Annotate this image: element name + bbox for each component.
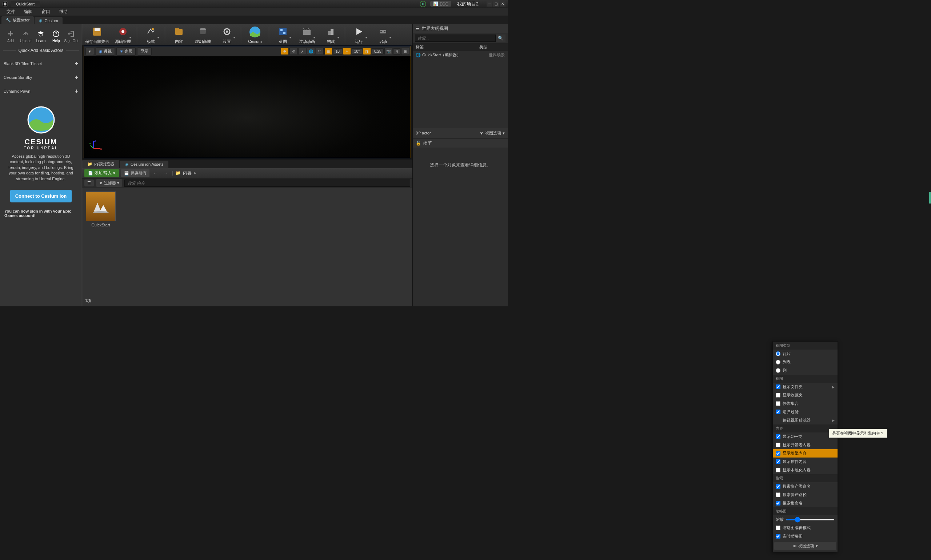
tab-cesium-assets[interactable]: ◉Cesium ion Assets <box>120 161 168 168</box>
close-button[interactable]: ✕ <box>500 2 506 6</box>
tb-cinematics[interactable]: 过场动画▼ <box>297 25 317 44</box>
tab-place-actor[interactable]: 🔧放置actor <box>2 16 34 24</box>
ddc-badge[interactable]: 📊DDC <box>430 1 451 6</box>
cesium-logo: CESIUM FOR UNREAL <box>3 105 79 150</box>
vp-grid-size[interactable]: 10 <box>333 48 342 54</box>
menu-help[interactable]: 帮助 <box>55 8 71 15</box>
cesium-panel: Add Upload Learn ?Help Sign Out Quick Ad… <box>0 24 82 306</box>
cb-toolbar: 📄添加/导入▾ 💾保存所有 ← → | 📁内容▶ <box>82 168 412 178</box>
svg-point-27 <box>384 31 385 32</box>
asset-quickstart[interactable]: QuickStart <box>86 192 116 227</box>
save-all-button[interactable]: 💾保存所有 <box>121 169 150 177</box>
svg-text:Y: Y <box>89 142 91 145</box>
asset-label: QuickStart <box>86 223 116 227</box>
tb-build[interactable]: 构建▼ <box>321 25 341 44</box>
nav-back[interactable]: ← <box>152 170 160 176</box>
tb-marketplace[interactable]: 虚幻商城 <box>193 25 213 44</box>
vp-surface[interactable]: ⬚ <box>316 48 324 55</box>
vp-angle-snap[interactable]: △ <box>343 48 351 55</box>
vp-cam-speed[interactable]: 4 <box>393 48 401 54</box>
svg-rect-19 <box>283 32 285 34</box>
quick-add-header: Quick Add Basic Actors <box>3 48 79 53</box>
viewport-3d[interactable]: Z X Y <box>84 56 411 158</box>
upload-button[interactable]: Upload <box>18 30 33 43</box>
tab-cesium[interactable]: ◉Cesium <box>35 17 62 24</box>
tb-source[interactable]: 源码管理▼ <box>113 25 133 44</box>
qa-sunsky[interactable]: Cesium SunSky+ <box>3 71 79 84</box>
vp-scale[interactable]: 0.25 <box>371 48 384 54</box>
vp-transform-rotate[interactable]: ⟲ <box>290 48 297 55</box>
vp-perspective[interactable]: ◉透视 <box>96 47 115 55</box>
asset-thumb-icon <box>86 192 116 221</box>
viewport[interactable]: ▾ ◉透视 ☀光照 显示 ✥ ⟲ ⤢ 🌐 ⬚ ▦ 10 △ 10° ◨ 0.25… <box>84 46 411 158</box>
svg-rect-12 <box>175 29 183 35</box>
viewport-toolbar: ▾ ◉透视 ☀光照 显示 ✥ ⟲ ⤢ 🌐 ⬚ ▦ 10 △ 10° ◨ 0.25… <box>84 46 411 56</box>
cb-body[interactable]: QuickStart 1项 <box>82 188 412 307</box>
plus-icon: + <box>75 60 78 67</box>
qa-blank-tileset[interactable]: Blank 3D Tiles Tileset+ <box>3 57 79 71</box>
vp-coord[interactable]: 🌐 <box>307 48 315 55</box>
tb-launch[interactable]: 启动▼ <box>373 25 393 44</box>
vp-lit[interactable]: ☀光照 <box>116 47 136 55</box>
cb-search[interactable] <box>124 180 410 187</box>
bottom-tab-row: 📁内容浏览器 ◉Cesium ion Assets <box>82 160 412 168</box>
vp-cam-icon[interactable]: 📷 <box>384 48 392 55</box>
outliner-row-world[interactable]: 🌐 QuickStart（编辑器） 世界场景 <box>413 51 508 59</box>
vp-angle[interactable]: 10° <box>351 48 362 54</box>
title-bar: QuickStart 📊DDC 我的项目2 ─ ▢ ✕ <box>0 0 508 8</box>
world-icon: 🌐 <box>416 53 421 57</box>
breadcrumb[interactable]: 📁内容▶ <box>175 170 196 176</box>
vp-scale-snap[interactable]: ◨ <box>363 48 371 55</box>
plus-icon: + <box>75 88 78 94</box>
svg-point-36 <box>93 211 109 213</box>
cb-tree-toggle[interactable]: ☰ <box>84 180 94 186</box>
signout-button[interactable]: Sign Out <box>64 30 79 43</box>
outliner-viewopt[interactable]: 👁 视图选项▾ <box>480 131 505 136</box>
vp-transform-scale[interactable]: ⤢ <box>298 48 306 55</box>
cesium-description: Access global high-resolution 3D content… <box>3 150 79 185</box>
vp-maximize[interactable]: ⊞ <box>401 48 409 55</box>
vp-grid-snap[interactable]: ▦ <box>324 48 332 55</box>
tb-cesium[interactable]: Cesium <box>245 26 265 44</box>
menu-bar: 文件 编辑 窗口 帮助 <box>0 8 508 16</box>
search-icon[interactable]: 🔍 <box>496 34 506 42</box>
compile-icon[interactable] <box>419 0 427 8</box>
menu-edit[interactable]: 编辑 <box>20 8 36 15</box>
details-hint: 选择一个对象来查看详细信息。 <box>413 148 508 183</box>
menu-file[interactable]: 文件 <box>3 8 19 15</box>
svg-point-11 <box>152 28 154 30</box>
unreal-logo-icon <box>2 1 8 7</box>
right-panel: ☰世界大纲视图 🔍 标签 类型 🌐 QuickStart（编辑器） 世界场景 0… <box>412 24 508 306</box>
tb-settings[interactable]: 设置▼ <box>217 25 237 44</box>
vp-menu[interactable]: ▾ <box>85 48 94 55</box>
tb-save[interactable]: 保存当前关卡 <box>85 25 109 44</box>
add-import-button[interactable]: 📄添加/导入▾ <box>84 169 119 177</box>
cb-item-count: 1项 <box>85 298 91 303</box>
qa-dynamic-pawn[interactable]: Dynamic Pawn+ <box>3 84 79 98</box>
tb-modes[interactable]: 模式▼ <box>141 25 161 44</box>
nav-fwd[interactable]: → <box>162 170 170 176</box>
learn-button[interactable]: Learn <box>34 30 48 43</box>
svg-rect-22 <box>328 31 331 35</box>
minimize-button[interactable]: ─ <box>487 2 492 6</box>
vp-transform-move[interactable]: ✥ <box>281 48 289 55</box>
help-button[interactable]: ?Help <box>49 30 63 43</box>
vp-show[interactable]: 显示 <box>137 47 152 55</box>
outliner-search[interactable] <box>415 34 496 42</box>
filter-button[interactable]: ▼过滤器▾ <box>96 179 122 187</box>
menu-window[interactable]: 窗口 <box>38 8 54 15</box>
connect-button[interactable]: Connect to Cesium ion <box>10 190 72 202</box>
svg-marker-24 <box>356 28 362 35</box>
outliner-columns: 标签 类型 <box>413 43 508 51</box>
outliner-header[interactable]: ☰世界大纲视图 <box>413 24 508 33</box>
tb-play[interactable]: 运行▼ <box>349 25 369 44</box>
tb-content[interactable]: 内容 <box>169 25 189 44</box>
details-header[interactable]: 🔓细节 <box>413 138 508 148</box>
svg-text:X: X <box>100 147 102 151</box>
main-toolbar: 保存当前关卡 源码管理▼ 模式▼ 内容 虚幻商城 设置▼ Cesium 蓝图▼ … <box>82 24 412 46</box>
tb-blueprint[interactable]: 蓝图▼ <box>273 25 293 44</box>
tab-content-browser[interactable]: 📁内容浏览器 <box>82 160 119 168</box>
maximize-button[interactable]: ▢ <box>493 2 499 6</box>
title-tab[interactable]: QuickStart <box>11 1 40 7</box>
add-button[interactable]: Add <box>3 30 18 43</box>
